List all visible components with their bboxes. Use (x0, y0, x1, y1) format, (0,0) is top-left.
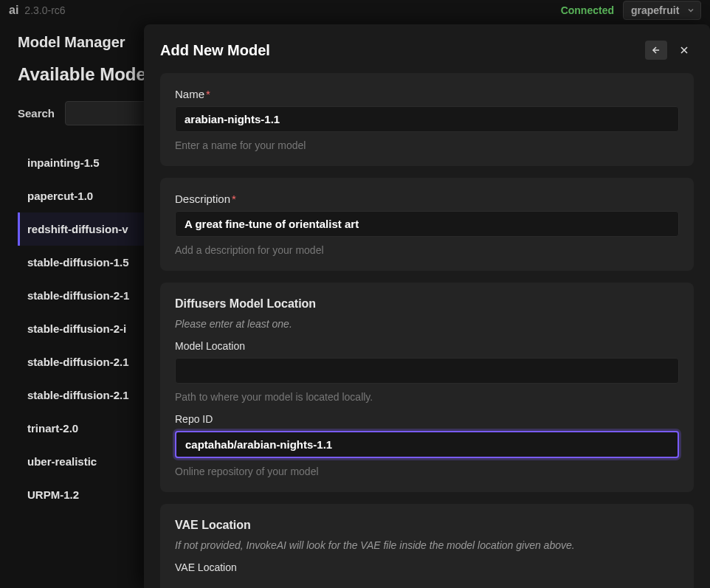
modal-header-actions (645, 41, 694, 60)
model-select-wrap: grapefruit (623, 1, 701, 20)
model-location-hint: Path to where your model is located loca… (175, 391, 679, 403)
name-label: Name* (175, 88, 679, 100)
diffusers-section-hint: Please enter at least one. (175, 318, 679, 330)
name-input[interactable] (175, 106, 679, 132)
repo-id-input[interactable] (175, 431, 679, 458)
app-header: ai 2.3.0-rc6 Connected grapefruit (0, 0, 710, 21)
required-asterisk: * (206, 88, 210, 100)
arrow-left-icon (651, 45, 661, 55)
repo-id-hint: Online repository of your model (175, 466, 679, 477)
connection-status: Connected (561, 4, 614, 16)
app-logo: ai (9, 4, 18, 17)
description-label: Description* (175, 193, 679, 205)
add-model-modal: Add New Model Name* Enter a name for you… (144, 24, 710, 588)
model-location-label: Model Location (175, 340, 679, 352)
diffusers-card: Diffusers Model Location Please enter at… (160, 283, 694, 492)
diffusers-section-title: Diffusers Model Location (175, 297, 679, 311)
modal-title: Add New Model (160, 42, 270, 59)
vae-card: VAE Location If not provided, InvokeAI w… (160, 504, 694, 588)
vae-location-label: VAE Location (175, 561, 679, 573)
vae-section-hint: If not provided, InvokeAI will look for … (175, 539, 679, 551)
model-location-input[interactable] (175, 358, 679, 384)
model-select[interactable]: grapefruit (623, 1, 701, 20)
required-asterisk: * (232, 193, 236, 205)
search-label: Search (18, 107, 55, 120)
back-button[interactable] (645, 41, 667, 60)
app-version: 2.3.0-rc6 (24, 4, 65, 16)
name-hint: Enter a name for your model (175, 139, 679, 151)
description-card: Description* Add a description for your … (160, 178, 694, 271)
repo-id-label: Repo ID (175, 413, 679, 425)
modal-header: Add New Model (160, 41, 694, 60)
description-input[interactable] (175, 211, 679, 237)
close-icon (678, 44, 690, 56)
vae-section-title: VAE Location (175, 519, 679, 532)
close-button[interactable] (675, 41, 694, 60)
name-card: Name* Enter a name for your model (160, 73, 694, 166)
description-hint: Add a description for your model (175, 244, 679, 256)
